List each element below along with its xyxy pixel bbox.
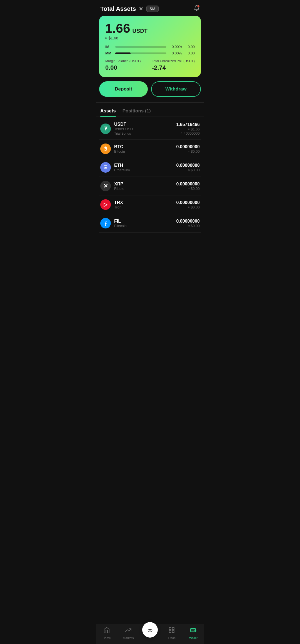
- fil-info: FIL Filecoin: [114, 219, 176, 228]
- tab-positions[interactable]: Positions (1): [122, 108, 151, 117]
- list-item[interactable]: ▷ TRX Tron 0.00000000 ≈ $0.00: [99, 195, 201, 214]
- eth-values: 0.00000000 ≈ $0.00: [176, 163, 200, 172]
- btc-name: Bitcoin: [114, 149, 176, 154]
- trx-values: 0.00000000 ≈ $0.00: [176, 200, 200, 209]
- list-item[interactable]: ✕ XRP Ripple 0.00000000 ≈ $0.00: [99, 177, 201, 195]
- header: Total Assets 👁 SM: [96, 0, 204, 16]
- asset-card: 1.66 USDT ≈ $1.66 IM 0.00% 0.00 MM 0.00%…: [99, 16, 201, 77]
- list-item[interactable]: ₿ BTC Bitcoin 0.00000000 ≈ $0.00: [99, 140, 201, 158]
- usdt-values: 1.65716466 ≈ $1.66 4.40000000: [176, 122, 200, 135]
- margin-balance-label: Margin Balance (USDT): [105, 59, 141, 63]
- xrp-info: XRP Ripple: [114, 182, 176, 191]
- trx-info: TRX Tron: [114, 200, 176, 209]
- im-label: IM: [105, 45, 112, 49]
- asset-list: ₮ USDT Tether USD Trial Bonus 1.65716466…: [96, 118, 204, 255]
- eth-icon: Ξ: [100, 162, 111, 173]
- fil-symbol: FIL: [114, 219, 176, 224]
- xrp-balance: 0.00000000: [176, 182, 200, 187]
- im-val: 0.00: [185, 45, 195, 49]
- mm-bar-fill: [115, 52, 131, 54]
- section-divider: [96, 102, 204, 103]
- eth-symbol: ETH: [114, 163, 176, 168]
- usdt-trial-value: 4.40000000: [176, 131, 200, 135]
- btc-symbol: BTC: [114, 144, 176, 149]
- xrp-icon: ✕: [100, 181, 111, 191]
- xrp-name: Ripple: [114, 187, 176, 191]
- mm-bar: [115, 52, 166, 54]
- trx-balance: 0.00000000: [176, 200, 200, 205]
- mm-val: 0.00: [185, 51, 195, 55]
- mm-pct: 0.00%: [169, 51, 182, 55]
- fil-name: Filecoin: [114, 224, 176, 228]
- asset-tabs: Assets Positions (1): [96, 104, 204, 117]
- notification-icon[interactable]: [194, 5, 200, 12]
- list-item[interactable]: ₮ USDT Tether USD Trial Bonus 1.65716466…: [99, 118, 201, 140]
- margin-balance-value: 0.00: [105, 64, 141, 71]
- eth-usd: ≈ $0.00: [176, 168, 200, 172]
- usdt-icon: ₮: [100, 124, 111, 134]
- mm-label: MM: [105, 51, 112, 55]
- total-amount-unit: USDT: [132, 28, 148, 34]
- btc-balance: 0.00000000: [176, 144, 200, 149]
- fil-usd: ≈ $0.00: [176, 224, 200, 228]
- eth-balance: 0.00000000: [176, 163, 200, 168]
- trx-usd: ≈ $0.00: [176, 205, 200, 209]
- fil-icon: ⨍: [100, 218, 111, 228]
- withdraw-button[interactable]: Withdraw: [151, 81, 201, 97]
- account-badge[interactable]: SM: [146, 6, 159, 12]
- im-bar: [115, 46, 166, 48]
- pnl-label: Total Unrealized PnL (USDT): [152, 59, 195, 63]
- im-row: IM 0.00% 0.00: [105, 45, 195, 49]
- trx-icon: ▷: [100, 199, 111, 210]
- btc-values: 0.00000000 ≈ $0.00: [176, 144, 200, 154]
- trx-name: Tron: [114, 205, 176, 209]
- total-amount-row: 1.66 USDT: [105, 22, 195, 35]
- im-pct: 0.00%: [169, 45, 182, 49]
- btc-icon: ₿: [100, 144, 111, 154]
- btc-info: BTC Bitcoin: [114, 144, 176, 154]
- mm-row: MM 0.00% 0.00: [105, 51, 195, 55]
- usdt-usd: ≈ $1.66: [176, 127, 200, 131]
- usdt-info: USDT Tether USD Trial Bonus: [114, 122, 176, 135]
- fil-values: 0.00000000 ≈ $0.00: [176, 219, 200, 228]
- list-item[interactable]: Ξ ETH Ethereum 0.00000000 ≈ $0.00: [99, 158, 201, 177]
- usdt-balance: 1.65716466: [176, 122, 200, 127]
- total-amount-value: 1.66: [105, 22, 130, 35]
- eye-icon[interactable]: 👁: [139, 6, 144, 12]
- xrp-values: 0.00000000 ≈ $0.00: [176, 182, 200, 191]
- total-usd-approx: ≈ $1.66: [105, 36, 195, 40]
- action-buttons: Deposit Withdraw: [96, 81, 204, 102]
- eth-name: Ethereum: [114, 168, 176, 172]
- usdt-name: Tether USD: [114, 127, 176, 131]
- svg-point-0: [198, 5, 199, 7]
- list-item[interactable]: ⨍ FIL Filecoin 0.00000000 ≈ $0.00: [99, 214, 201, 233]
- asset-footer: Margin Balance (USDT) 0.00 Total Unreali…: [105, 59, 195, 71]
- pnl-value: -2.74: [152, 64, 195, 71]
- tab-assets[interactable]: Assets: [100, 108, 116, 117]
- usdt-symbol: USDT: [114, 122, 176, 127]
- usdt-trial-label: Trial Bonus: [114, 132, 176, 135]
- margin-balance-col: Margin Balance (USDT) 0.00: [105, 59, 141, 71]
- page-title: Total Assets: [100, 5, 136, 12]
- xrp-usd: ≈ $0.00: [176, 187, 200, 191]
- trx-symbol: TRX: [114, 200, 176, 205]
- eth-info: ETH Ethereum: [114, 163, 176, 172]
- btc-usd: ≈ $0.00: [176, 149, 200, 154]
- pnl-col: Total Unrealized PnL (USDT) -2.74: [152, 59, 195, 71]
- fil-balance: 0.00000000: [176, 219, 200, 224]
- deposit-button[interactable]: Deposit: [99, 81, 148, 97]
- xrp-symbol: XRP: [114, 182, 176, 187]
